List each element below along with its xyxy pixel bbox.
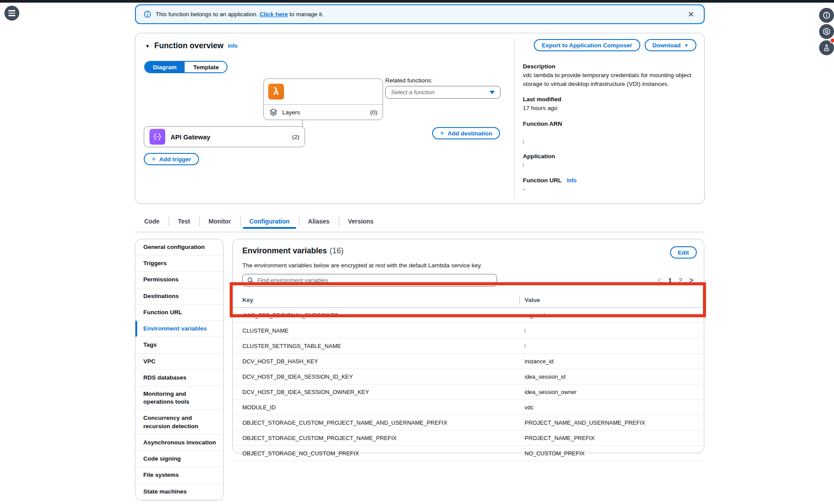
env-var-key: CLUSTER_SETTINGS_TABLE_NAME: [233, 343, 525, 349]
function-arn-label: Function ARN: [523, 121, 696, 127]
sidebar-item[interactable]: Tags: [135, 337, 223, 353]
sidebar-item[interactable]: Triggers: [135, 256, 223, 272]
env-vars-title: Environment variables: [242, 246, 327, 256]
api-gateway-count: (2): [292, 134, 300, 140]
tab[interactable]: Aliases: [299, 214, 339, 229]
layers-count: (0): [370, 109, 378, 116]
function-arn-value: [523, 138, 696, 145]
env-var-key: OBJECT_STORAGE_CUSTOM_PROJECT_NAME_AND_U…: [233, 419, 525, 426]
next-page-arrow[interactable]: >: [689, 277, 693, 284]
sidebar-item[interactable]: RDS databases: [135, 370, 223, 386]
sidebar-item[interactable]: State machines: [135, 484, 223, 500]
env-var-key: MODULE_ID: [233, 404, 525, 411]
lambda-icon: λ: [268, 84, 284, 99]
function-overview-info-link[interactable]: Info: [228, 43, 238, 49]
banner-close-button[interactable]: ✕: [686, 9, 696, 20]
plus-icon: +: [152, 155, 156, 163]
function-overview-card: ▼ Function overview Info Export to Appli…: [135, 33, 705, 204]
sidebar-item[interactable]: General configuration: [135, 239, 223, 256]
function-details-panel: Description vdc lambda to provide tempor…: [523, 63, 696, 194]
env-vars-subtitle: The environment variables below are encr…: [233, 259, 704, 269]
page-2-button[interactable]: 2: [679, 277, 682, 284]
column-separator[interactable]: [519, 296, 520, 305]
function-url-value: -: [523, 185, 696, 194]
export-to-application-composer-button[interactable]: Export to Application Composer: [534, 39, 640, 51]
pagination: < 1 2 >: [657, 277, 697, 284]
env-var-key: OBJECT_STORAGE_NO_CUSTOM_PREFIX: [233, 450, 525, 457]
sidebar-item[interactable]: File systems: [135, 467, 223, 483]
top-navigation-bar: [0, 0, 834, 3]
lambda-console-page: This function belongs to an application.…: [0, 0, 834, 504]
env-var-value: PROJECT_NAME_AND_USERNAME_PREFIX: [525, 419, 645, 426]
tab[interactable]: Versions: [339, 214, 383, 229]
sidebar-item[interactable]: Asynchronous invocation: [135, 435, 223, 451]
related-functions-select[interactable]: Select a function: [385, 86, 500, 99]
download-button[interactable]: Download▼: [645, 39, 696, 51]
tab[interactable]: Test: [169, 214, 199, 229]
env-var-key: DCV_HOST_DB_HASH_KEY: [233, 358, 525, 365]
info-panel-button[interactable]: [819, 8, 834, 23]
search-box: [242, 274, 497, 287]
table-row: OBJECT_STORAGE_CUSTOM_PROJECT_NAME_AND_U…: [233, 415, 704, 430]
cloudshell-panel-button[interactable]: [819, 24, 834, 39]
env-var-value: [525, 344, 525, 348]
banner-manage-link[interactable]: Click here: [259, 11, 288, 18]
table-row: OBJECT_STORAGE_NO_CUSTOM_PREFIX NO_CUSTO…: [233, 446, 704, 461]
env-var-value: instance_id: [525, 358, 554, 365]
env-vars-table: Key Value AWS_STS_REGIONAL_ENDPOINTS reg…: [233, 293, 704, 461]
previous-page-arrow[interactable]: <: [657, 277, 661, 284]
layers-label[interactable]: Layers: [282, 109, 300, 116]
key-column-header: Key: [233, 297, 525, 303]
lambda-function-node[interactable]: λ Layers (0): [263, 78, 383, 120]
close-icon: ✕: [688, 10, 694, 19]
api-gateway-node[interactable]: API Gateway (2): [144, 126, 305, 147]
sidebar-item[interactable]: Permissions: [135, 272, 223, 288]
configuration-sidebar: General configurationTriggersPermissions…: [135, 239, 224, 500]
diagram-template-toggle: Diagram Template: [144, 61, 227, 73]
tab[interactable]: Configuration: [240, 214, 299, 229]
chevron-down-icon: [490, 91, 495, 94]
api-gateway-label: API Gateway: [170, 133, 210, 141]
api-gateway-icon: [149, 129, 165, 145]
table-row: DCV_HOST_DB_IDEA_SESSION_ID_KEY idea_ses…: [233, 369, 704, 384]
select-placeholder: Select a function: [391, 89, 435, 96]
info-icon: [144, 11, 151, 18]
table-row: CLUSTER_NAME: [233, 323, 704, 338]
env-var-value: [525, 329, 525, 333]
tab[interactable]: Code: [135, 214, 169, 229]
sidebar-item[interactable]: Monitoring and operations tools: [135, 386, 223, 410]
application-label: Application: [523, 153, 696, 160]
sidebar-item[interactable]: Destinations: [135, 288, 223, 305]
env-var-value: vdc: [525, 404, 533, 411]
add-destination-button[interactable]: + Add destination: [432, 127, 500, 139]
env-vars-count: (16): [330, 246, 344, 256]
panel-divider: [514, 39, 515, 199]
function-url-info-link[interactable]: Info: [567, 177, 576, 184]
env-var-key: CLUSTER_NAME: [233, 327, 525, 334]
hamburger-menu-button[interactable]: [4, 6, 19, 21]
template-toggle-option[interactable]: Template: [185, 62, 227, 72]
tab[interactable]: Monitor: [199, 214, 240, 229]
plus-icon: +: [440, 129, 444, 137]
function-tabs: CodeTestMonitorConfigurationAliasesVersi…: [135, 214, 705, 229]
layers-icon: [269, 108, 278, 117]
page-1-button[interactable]: 1: [668, 277, 672, 284]
chevron-down-icon: ▼: [684, 43, 688, 48]
sidebar-item[interactable]: VPC: [135, 354, 223, 370]
sidebar-item[interactable]: Environment variables: [135, 321, 223, 337]
sidebar-item[interactable]: Code signing: [135, 451, 223, 467]
search-input[interactable]: [257, 277, 492, 284]
sidebar-item[interactable]: Function URL: [135, 305, 223, 321]
sidebar-item[interactable]: Concurrency and recursion detection: [135, 410, 223, 434]
collapse-caret-icon[interactable]: ▼: [145, 43, 150, 49]
add-trigger-button[interactable]: + Add trigger: [144, 153, 199, 165]
edit-button[interactable]: Edit: [670, 246, 697, 259]
table-row: MODULE_ID vdc: [233, 400, 704, 415]
value-column-header: Value: [525, 297, 540, 303]
env-var-value: idea_session_owner: [525, 389, 577, 395]
diagram-toggle-option[interactable]: Diagram: [145, 62, 185, 72]
env-var-value: PROJECT_NAME_PREFIX: [525, 435, 595, 441]
env-var-key: DCV_HOST_DB_IDEA_SESSION_OWNER_KEY: [233, 389, 525, 395]
tabs-divider: [135, 232, 705, 232]
env-var-value: regional: [525, 312, 545, 319]
